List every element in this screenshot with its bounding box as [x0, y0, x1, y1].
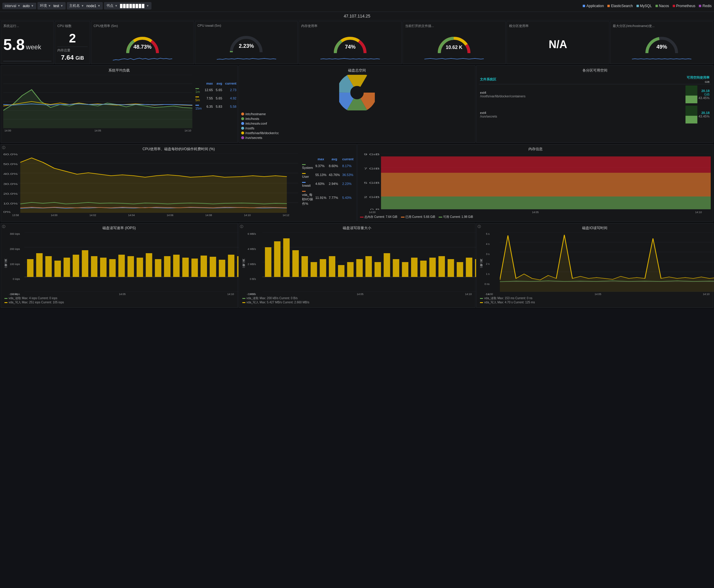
- cpu5m-card: CPU使用率 (5m) 48.73%: [91, 21, 194, 64]
- root-partition-card: 根分区使用率 N/A: [506, 21, 610, 64]
- svg-rect-50: [27, 259, 34, 277]
- svg-rect-81: [274, 241, 280, 277]
- interval-arrow: ▼: [18, 4, 20, 7]
- svg-rect-67: [182, 258, 189, 277]
- svg-text:7 GiB: 7 GiB: [364, 167, 380, 170]
- nacos-dot: [655, 5, 658, 7]
- mem-usage-card: 内存使用率 74%: [299, 21, 402, 64]
- nav-redis[interactable]: Redis: [699, 4, 712, 8]
- svg-rect-42: [381, 173, 711, 196]
- svg-text:20.0%: 20.0%: [3, 192, 18, 195]
- svg-text:0%: 0%: [3, 210, 11, 213]
- max-partition-gauge: 49%: [613, 29, 711, 56]
- svg-rect-54: [64, 258, 70, 277]
- svg-rect-88: [338, 265, 345, 277]
- sys-load-panel: 系统平均负载: [1, 65, 238, 143]
- svg-text:5 GiB: 5 GiB: [364, 181, 380, 184]
- svg-rect-55: [73, 255, 79, 277]
- nav-prometheus[interactable]: Prometheus: [673, 4, 696, 8]
- svg-rect-82: [283, 238, 290, 277]
- svg-rect-91: [365, 256, 372, 277]
- max-partition-card: 最大分区(/etc/hostname)使... 49%: [610, 21, 713, 64]
- cpu-io-info-icon: ⓘ: [2, 145, 5, 150]
- stat-cards-row: 系统运行... 5.8 week CPU 核数 2 内存总量 7.64 GiB …: [0, 20, 714, 65]
- mem-gauge: 74%: [301, 29, 399, 56]
- svg-rect-83: [292, 250, 299, 277]
- svg-rect-41: [381, 156, 711, 173]
- cpu-io-panel: ⓘ CPU使用率、磁盘每秒的I/O操作耗费时间 (%) 60.0% 50.0% …: [1, 144, 357, 222]
- svg-rect-65: [164, 256, 170, 277]
- svg-rect-63: [146, 253, 152, 277]
- svg-rect-94: [393, 259, 399, 277]
- io-time-info-icon: ⓘ: [477, 225, 481, 229]
- svg-rect-95: [402, 262, 408, 277]
- svg-rect-87: [329, 256, 335, 277]
- mem-legend: 总内存 Current: 7.64 GiB 已用 Current: 5.66 G…: [360, 215, 711, 219]
- cpu5m-gauge: 48.73%: [94, 29, 191, 56]
- svg-rect-85: [310, 262, 317, 277]
- svg-rect-57: [91, 256, 97, 277]
- svg-rect-60: [119, 255, 125, 277]
- svg-rect-59: [109, 259, 116, 277]
- host-banner: 47.107.114.25: [0, 12, 714, 20]
- svg-rect-52: [45, 256, 52, 277]
- interval-selector[interactable]: interval ▼ auto ▼: [2, 3, 36, 9]
- node-selector[interactable]: 书点 ▼ ████████ ▼: [104, 2, 151, 9]
- nav-mysql[interactable]: MySQL: [636, 4, 652, 8]
- redis-dot: [699, 5, 701, 7]
- svg-rect-93: [384, 253, 390, 277]
- io-time-panel: ⓘ 磁盘IO读写时间 读取 (-) /写入 (+) 5 s4 s3 s2 s1 …: [476, 223, 713, 308]
- nav-application[interactable]: Application: [583, 4, 604, 8]
- svg-rect-86: [320, 259, 326, 277]
- disk-total-panel: 磁盘总空间 /etc/hostname /etc/hosts /etc/reso…: [239, 65, 476, 143]
- prometheus-dot: [673, 5, 675, 7]
- svg-rect-64: [155, 259, 162, 277]
- nav-nacos[interactable]: Nacos: [655, 4, 669, 8]
- uptime-card: 系统运行... 5.8 week: [1, 21, 54, 64]
- bottom-row: ⓘ 磁盘读写速率 (IOPS) 读取 (-) /写入 (+) 300 iops2…: [0, 222, 714, 309]
- rw-size-info-icon: ⓘ: [240, 225, 243, 229]
- svg-rect-101: [456, 262, 463, 277]
- table-row: ext4/run/secrets 20.18 43.45%: [479, 104, 711, 125]
- svg-text:9 GiB: 9 GiB: [364, 153, 380, 156]
- svg-rect-99: [438, 256, 445, 277]
- svg-text:0 B: 0 B: [370, 208, 380, 210]
- svg-rect-92: [374, 262, 381, 277]
- svg-rect-58: [100, 258, 107, 277]
- svg-rect-68: [191, 258, 198, 277]
- cpu-cores-card: CPU 核数 2 内存总量 7.64 GiB: [55, 21, 90, 64]
- svg-rect-43: [381, 196, 711, 209]
- svg-rect-96: [411, 258, 417, 277]
- partition-avail-panel: 各分区可用空间 文件系统区 可用空间使用率 GiB ext4/rootfs/va…: [476, 65, 713, 143]
- svg-text:40.0%: 40.0%: [3, 172, 18, 175]
- elasticsearch-dot: [607, 5, 610, 7]
- svg-rect-80: [265, 247, 271, 277]
- svg-rect-70: [210, 257, 216, 277]
- cpu-iowait-gauge: 2.23%: [198, 28, 295, 55]
- mysql-dot: [636, 5, 639, 7]
- open-files-card: 当前打开的文件描... 10.62 K: [403, 21, 506, 64]
- svg-text:2 GiB: 2 GiB: [364, 195, 380, 198]
- svg-rect-51: [36, 253, 43, 277]
- svg-rect-89: [347, 262, 353, 277]
- svg-rect-69: [201, 256, 207, 277]
- cpu-io-row: ⓘ CPU使用率、磁盘每秒的I/O操作耗费时间 (%) 60.0% 50.0% …: [0, 143, 714, 222]
- svg-rect-102: [466, 258, 472, 277]
- env-selector[interactable]: 环境 ▼ test ▼: [37, 2, 66, 9]
- mem-info-panel: 内存信息 9 GiB 7 GiB 5 GiB 2 GiB 0 B: [357, 144, 713, 222]
- svg-rect-100: [448, 259, 454, 277]
- nav-right-links: Application ElasticSearch MySQL Nacos Pr…: [583, 4, 712, 8]
- nav-elasticsearch[interactable]: ElasticSearch: [607, 4, 633, 8]
- svg-rect-97: [420, 260, 427, 277]
- svg-rect-84: [302, 256, 308, 277]
- svg-rect-56: [82, 250, 88, 277]
- open-files-gauge: 10.62 K: [405, 29, 503, 56]
- svg-text:10.0%: 10.0%: [3, 202, 18, 205]
- host-selector[interactable]: 主机名 ▼ node1 ▼: [67, 2, 103, 9]
- svg-rect-62: [137, 258, 143, 277]
- middle-row: 系统平均负载: [0, 65, 714, 143]
- rw-size-panel: ⓘ 磁盘读写容量大小 读取 (-) /写入 (+) 6 MB/s4 MB/s2 …: [239, 223, 476, 308]
- svg-rect-71: [219, 260, 225, 277]
- top-nav: interval ▼ auto ▼ 环境 ▼ test ▼ 主机名 ▼ node…: [0, 0, 714, 12]
- svg-text:50.0%: 50.0%: [3, 163, 18, 166]
